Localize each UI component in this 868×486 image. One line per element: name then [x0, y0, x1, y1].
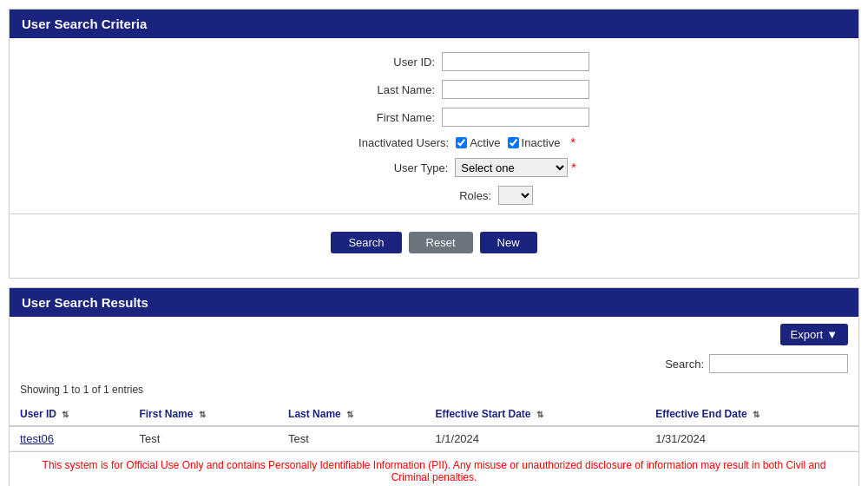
cell-eff-end-date: 1/31/2024: [645, 426, 858, 451]
export-label: Export: [791, 328, 824, 341]
last-name-row: Last Name:: [10, 80, 858, 99]
first-name-row: First Name:: [10, 108, 858, 127]
inactivated-users-checkboxes: Active Inactive *: [456, 135, 575, 149]
showing-text: Showing 1 to 1 of 1 entries: [10, 380, 858, 403]
user-type-required-star: *: [571, 161, 575, 174]
first-name-label: First Name:: [279, 111, 435, 124]
roles-select[interactable]: [498, 186, 533, 205]
user-id-row: User ID:: [10, 52, 858, 71]
user-id-label: User ID:: [279, 56, 435, 69]
table-header-row: User ID ⇅ First Name ⇅ Last Name ⇅ Effec…: [10, 403, 858, 426]
col-last-name-label: Last Name: [288, 408, 341, 420]
last-name-input[interactable]: [442, 80, 589, 99]
col-user-id-label: User ID: [20, 408, 56, 420]
table-row: ttest06TestTest1/1/20241/31/2024: [10, 426, 858, 451]
new-button[interactable]: New: [480, 232, 537, 253]
user-id-input[interactable]: [442, 52, 589, 71]
roles-label: Roles:: [335, 189, 491, 202]
search-results-title: User Search Results: [10, 288, 858, 317]
form-buttons: Search Reset New: [10, 223, 858, 269]
results-toolbar: Export ▼: [10, 317, 858, 352]
results-search-label: Search:: [665, 358, 704, 371]
user-type-group: Select one Admin Standard Read-Only *: [455, 158, 575, 177]
inactive-label: Inactive: [522, 136, 561, 149]
footer-notice: This system is for Official Use Only and…: [10, 451, 858, 486]
inactivated-users-row: Inactivated Users: Active Inactive *: [10, 135, 858, 149]
search-results-panel: User Search Results Export ▼ Search: Sho…: [9, 287, 859, 486]
active-label: Active: [470, 136, 500, 149]
inactive-checkbox[interactable]: [508, 137, 519, 148]
col-first-name-label: First Name: [139, 408, 193, 420]
roles-row: Roles:: [10, 186, 858, 205]
user-type-row: User Type: Select one Admin Standard Rea…: [10, 158, 858, 177]
search-criteria-title: User Search Criteria: [10, 10, 858, 38]
col-user-id-sort-icon[interactable]: ⇅: [62, 410, 69, 419]
export-button[interactable]: Export ▼: [780, 324, 848, 345]
first-name-input[interactable]: [442, 108, 589, 127]
cell-eff-start-date: 1/1/2024: [424, 426, 645, 451]
col-last-name: Last Name ⇅: [278, 403, 424, 426]
last-name-label: Last Name:: [279, 83, 435, 96]
results-search-input[interactable]: [709, 354, 848, 373]
search-criteria-panel: User Search Criteria User ID: Last Name:…: [9, 9, 859, 279]
col-eff-start-sort-icon[interactable]: ⇅: [536, 410, 543, 419]
reset-button[interactable]: Reset: [409, 232, 473, 253]
col-eff-end-sort-icon[interactable]: ⇅: [753, 410, 760, 419]
col-eff-start-date: Effective Start Date ⇅: [424, 403, 645, 426]
results-search-row: Search:: [10, 352, 858, 380]
col-user-id: User ID ⇅: [10, 403, 128, 426]
col-last-name-sort-icon[interactable]: ⇅: [346, 410, 353, 419]
active-checkbox[interactable]: [456, 137, 467, 148]
export-arrow-icon: ▼: [826, 328, 838, 341]
col-first-name-sort-icon[interactable]: ⇅: [199, 410, 206, 419]
results-table: User ID ⇅ First Name ⇅ Last Name ⇅ Effec…: [10, 403, 858, 451]
form-divider: [10, 213, 858, 214]
col-eff-end-date-label: Effective End Date: [655, 408, 746, 420]
inactive-checkbox-label[interactable]: Inactive: [508, 136, 561, 149]
search-button[interactable]: Search: [331, 232, 401, 253]
cell-user-id[interactable]: ttest06: [10, 426, 128, 451]
col-first-name: First Name ⇅: [128, 403, 278, 426]
inactivated-required-star: *: [570, 135, 575, 149]
user-type-label: User Type:: [292, 161, 448, 174]
user-type-select[interactable]: Select one Admin Standard Read-Only: [455, 158, 568, 177]
active-checkbox-label[interactable]: Active: [456, 136, 500, 149]
cell-first-name: Test: [128, 426, 278, 451]
col-eff-start-date-label: Effective Start Date: [435, 408, 530, 420]
cell-last-name: Test: [278, 426, 424, 451]
col-eff-end-date: Effective End Date ⇅: [645, 403, 858, 426]
inactivated-users-label: Inactivated Users:: [293, 136, 449, 149]
